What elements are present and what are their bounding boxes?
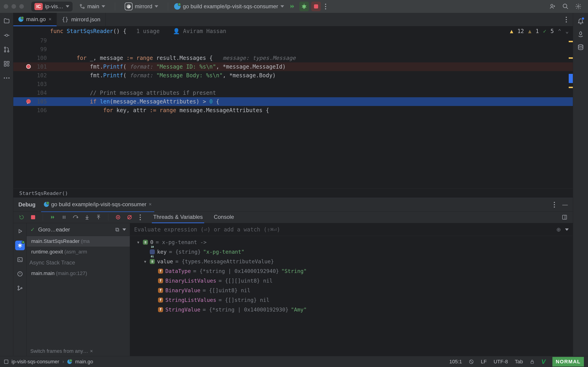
layout-icon[interactable] (561, 214, 568, 220)
line-ending[interactable]: LF (481, 359, 487, 365)
problems-widget[interactable]: ▲12 ▲1 ✓5 ⌃ ⌄ (510, 28, 569, 34)
step-out-icon[interactable] (95, 214, 102, 220)
run-config-selector[interactable]: go build example/ip-visit-sqs-consumer (174, 3, 284, 10)
rerun-icon[interactable] (18, 214, 25, 220)
svg-point-4 (563, 4, 567, 8)
close-icon[interactable]: × (48, 16, 52, 22)
code-line[interactable]: 101 fmt.Printf( format: "Message ID: %s\… (13, 62, 573, 71)
debug-tool-icon[interactable] (15, 241, 25, 250)
breakpoint-icon[interactable] (26, 64, 31, 69)
thread-selector[interactable]: ✓ Goro…eader ⧉ (27, 223, 130, 236)
code-line[interactable]: 105 if len(message.MessageAttributes) > … (13, 97, 573, 106)
code-line[interactable]: 106 for key, attr := range message.Messa… (13, 106, 573, 115)
prev-icon[interactable]: ⌃ (558, 28, 561, 34)
close-icon[interactable]: × (149, 201, 152, 207)
stack-frame[interactable]: main.StartSqsReader (ma (27, 236, 130, 247)
author-hint[interactable]: 👤 Aviram Hassan (173, 28, 226, 34)
code-line[interactable]: 99 (13, 45, 573, 54)
code-line[interactable]: 100 for _, message := range result.Messa… (13, 54, 573, 62)
variable-node[interactable]: ≡ 0 = x-pg-tenant -> (130, 237, 573, 247)
editor-tab-main-go[interactable]: main.go × (13, 13, 57, 26)
debug-menu[interactable] (552, 202, 557, 208)
power-save-icon[interactable] (469, 359, 474, 364)
resume-icon[interactable] (49, 214, 56, 220)
variable-node[interactable]: f BinaryListValues = {[][]uint8} nil (130, 276, 573, 286)
next-icon[interactable]: ⌄ (565, 28, 569, 34)
frames-panel: ✓ Goro…eader ⧉ main.StartSqsReader (maru… (27, 223, 130, 356)
editor-tab-mirrord-json[interactable]: {} mirrord.json (57, 13, 106, 26)
commit-icon[interactable] (3, 32, 10, 39)
mute-breakpoints-icon[interactable] (126, 214, 133, 220)
structure-icon[interactable] (3, 60, 10, 67)
variable-node[interactable]: 1001 key = {string} "x-pg-tenant" (130, 247, 573, 257)
variables-tree[interactable]: ≡ 0 = x-pg-tenant ->1001 key = {string} … (130, 236, 573, 356)
notifications-icon[interactable] (577, 17, 584, 24)
stop-icon[interactable] (30, 214, 36, 220)
editor[interactable]: 7999100 for _, message := range result.M… (13, 36, 573, 189)
toolbar-more[interactable] (138, 215, 143, 220)
stack-frames[interactable]: main.StartSqsReader (maruntime.goexit (a… (27, 236, 130, 346)
breadcrumb[interactable]: StartSqsReader() (13, 189, 573, 198)
code-line[interactable]: 103 (13, 80, 573, 89)
run-button[interactable] (287, 2, 297, 11)
eval-input[interactable]: Evaluate expression (⏎) or add a watch (… (134, 226, 552, 233)
expand-icon[interactable] (136, 237, 141, 247)
run-tool-icon[interactable] (15, 226, 25, 236)
variable-node[interactable]: ≡ value = {types.MessageAttributeValue} (130, 257, 573, 266)
filter-icon[interactable]: ⧉ (115, 226, 119, 233)
editor-tabs-menu[interactable] (560, 13, 573, 26)
code-line[interactable]: 104 // Print message attributes if prese… (13, 89, 573, 97)
vim-icon[interactable]: V (541, 358, 546, 365)
usage-hint[interactable]: 1 usage (137, 28, 160, 34)
go-icon (67, 359, 72, 364)
caret-position[interactable]: 105:1 (449, 359, 462, 365)
project-selector[interactable]: IC ip-vis… (31, 2, 73, 11)
pull-requests-icon[interactable] (3, 46, 10, 53)
minimize-icon[interactable]: — (562, 201, 568, 208)
view-breakpoints-icon[interactable] (115, 214, 121, 220)
debug-session-tab[interactable]: go build example/ip-visit-sqs-consumer × (41, 201, 155, 212)
variable-node[interactable]: f DataType = {*string | 0x14000192940} "… (130, 266, 573, 276)
mirrord-plugin[interactable]: mirrord (121, 2, 162, 10)
tab-console[interactable]: Console (212, 211, 235, 223)
error-stripe[interactable] (569, 36, 573, 189)
stop-button[interactable] (311, 2, 321, 11)
lock-icon[interactable] (530, 359, 535, 364)
variable-node[interactable]: f StringValue = {*string | 0x14000192930… (130, 305, 573, 315)
add-watch-icon[interactable]: ⊕ (556, 226, 561, 233)
step-over-icon[interactable] (72, 214, 79, 220)
field-icon: f (158, 269, 163, 274)
code-with-me-icon[interactable] (549, 3, 556, 10)
more-icon[interactable] (3, 74, 10, 82)
ai-icon[interactable] (577, 31, 584, 38)
database-icon[interactable] (577, 44, 584, 51)
encoding[interactable]: UTF-8 (493, 359, 508, 365)
expand-icon[interactable] (143, 257, 147, 266)
problems-icon[interactable] (15, 269, 25, 279)
pause-icon[interactable] (61, 214, 67, 220)
go-icon (174, 3, 181, 10)
stack-frame[interactable]: runtime.goexit (asm_arm (27, 247, 130, 257)
indent[interactable]: Tab (515, 359, 523, 365)
chevron-down-icon[interactable] (565, 228, 569, 231)
code-line[interactable]: 102 fmt.Printf( format: "Message Body: %… (13, 71, 573, 80)
tab-threads-variables[interactable]: Threads & Variables (152, 211, 204, 223)
breakpoint-hit-icon[interactable] (26, 99, 31, 104)
search-icon[interactable] (562, 3, 569, 10)
close-icon[interactable]: × (90, 348, 93, 354)
variable-node[interactable]: f BinaryValue = {[]uint8} nil (130, 286, 573, 295)
vcs-branch[interactable]: main (76, 3, 109, 10)
variable-node[interactable]: f StringListValues = {[]string} nil (130, 295, 573, 305)
code-line[interactable]: 79 (13, 36, 573, 45)
vcs-tool-icon[interactable] (15, 283, 25, 293)
status-bar: ip-visit-sqs-consumer › main.go 105:1 LF… (0, 356, 588, 367)
stack-frame[interactable]: main.main (main.go:127) (27, 268, 130, 279)
settings-icon[interactable] (575, 3, 582, 10)
step-into-icon[interactable] (84, 214, 90, 220)
project-icon[interactable] (3, 17, 10, 25)
more-menu[interactable] (323, 4, 328, 9)
terminal-icon[interactable] (15, 255, 25, 265)
debug-button[interactable] (299, 2, 309, 11)
window-controls[interactable] (4, 4, 28, 9)
status-left[interactable]: ip-visit-sqs-consumer › main.go (4, 359, 93, 365)
